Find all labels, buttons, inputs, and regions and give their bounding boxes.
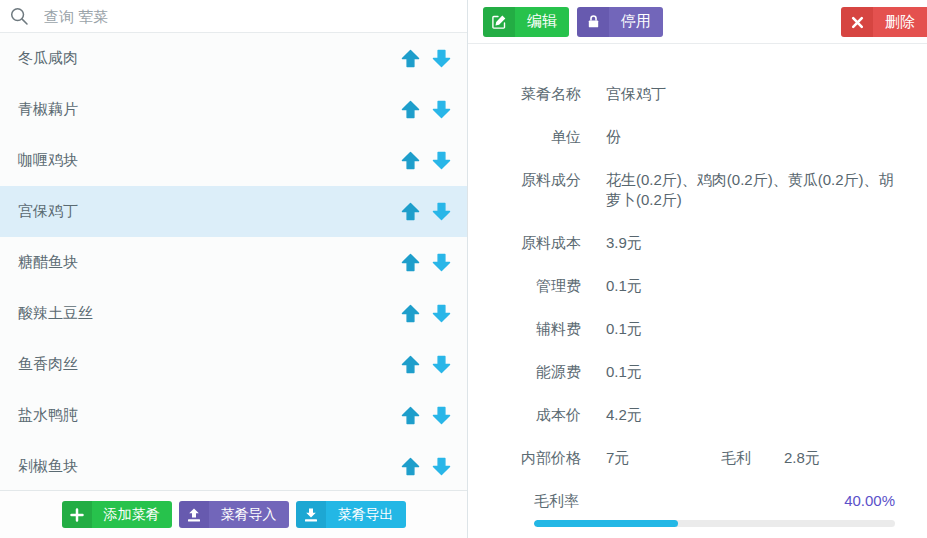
field-label: 原料成本: [468, 233, 581, 253]
profit-margin-value: 40.00%: [844, 491, 895, 511]
edit-label: 编辑: [515, 7, 569, 37]
disable-label: 停用: [609, 7, 663, 37]
field-label: 管理费: [468, 276, 581, 296]
detail-field-row: 原料成本 3.9元: [468, 233, 927, 253]
move-up-button[interactable]: [400, 355, 420, 375]
dish-name: 鱼香肉丝: [18, 355, 389, 374]
download-icon: [296, 501, 326, 528]
dish-list-item[interactable]: 酸辣土豆丝: [0, 288, 467, 339]
dish-name: 糖醋鱼块: [18, 253, 389, 272]
field-label: 能源费: [468, 362, 581, 382]
margin-progress-bar: [534, 520, 895, 527]
edit-pencil-icon: [483, 7, 515, 37]
import-dish-label: 菜肴导入: [209, 501, 289, 528]
move-down-button[interactable]: [431, 202, 451, 222]
dish-name: 酸辣土豆丝: [18, 304, 389, 323]
move-up-button[interactable]: [400, 100, 420, 120]
dish-list-item[interactable]: 宫保鸡丁: [0, 186, 467, 237]
detail-field-row: 能源费 0.1元: [468, 362, 927, 382]
detail-fields: 菜肴名称 宫保鸡丁 单位 份 原料成分 花生(0.2斤)、鸡肉(0.2斤)、黄瓜…: [468, 84, 927, 425]
field-value: 0.1元: [606, 319, 642, 339]
field-value: 0.1元: [606, 276, 642, 296]
move-up-button[interactable]: [400, 304, 420, 324]
dish-list-item[interactable]: 剁椒鱼块: [0, 441, 467, 490]
dish-list-item[interactable]: 盐水鸭肫: [0, 390, 467, 441]
field-value: 份: [606, 127, 621, 147]
field-label: 单位: [468, 127, 581, 147]
move-up-button[interactable]: [400, 457, 420, 477]
detail-field-row: 辅料费 0.1元: [468, 319, 927, 339]
move-down-button[interactable]: [431, 100, 451, 120]
dish-name: 盐水鸭肫: [18, 406, 389, 425]
dish-name: 咖喱鸡块: [18, 151, 389, 170]
dish-list-item[interactable]: 糖醋鱼块: [0, 237, 467, 288]
move-down-button[interactable]: [431, 49, 451, 69]
upload-icon: [179, 501, 209, 528]
add-dish-label: 添加菜肴: [92, 501, 172, 528]
disable-button[interactable]: 停用: [577, 7, 663, 37]
dish-list-item[interactable]: 青椒藕片: [0, 84, 467, 135]
profit-label: 毛利: [721, 448, 751, 468]
margin-progress-fill: [534, 520, 678, 527]
lock-icon: [577, 7, 609, 37]
dish-list: 冬瓜咸肉 青椒藕片: [0, 33, 467, 490]
dish-list-item[interactable]: 咖喱鸡块: [0, 135, 467, 186]
search-bar: [0, 0, 467, 33]
detail-field-row: 管理费 0.1元: [468, 276, 927, 296]
delete-label: 删除: [873, 7, 927, 37]
move-down-button[interactable]: [431, 355, 451, 375]
export-dish-label: 菜肴导出: [326, 501, 406, 528]
move-up-button[interactable]: [400, 253, 420, 273]
field-value: 宫保鸡丁: [606, 84, 666, 104]
internal-price-label: 内部价格: [468, 448, 581, 468]
plus-icon: [62, 501, 92, 528]
profit-margin-head: 毛利率 40.00%: [534, 491, 895, 511]
dish-list-item[interactable]: 冬瓜咸肉: [0, 33, 467, 84]
detail-field-row: 原料成分 花生(0.2斤)、鸡肉(0.2斤)、黄瓜(0.2斤)、胡萝卜(0.2斤…: [468, 170, 927, 210]
search-icon: [10, 7, 29, 26]
dish-name: 剁椒鱼块: [18, 457, 389, 476]
dish-list-panel: 冬瓜咸肉 青椒藕片: [0, 0, 468, 538]
field-value: 3.9元: [606, 233, 642, 253]
delete-button[interactable]: 删除: [841, 7, 927, 37]
field-label: 成本价: [468, 405, 581, 425]
dish-list-item[interactable]: 鱼香肉丝: [0, 339, 467, 390]
dish-name: 青椒藕片: [18, 100, 389, 119]
x-icon: [841, 7, 873, 37]
field-value: 花生(0.2斤)、鸡肉(0.2斤)、黄瓜(0.2斤)、胡萝卜(0.2斤): [606, 170, 906, 210]
detail-field-row: 菜肴名称 宫保鸡丁: [468, 84, 927, 104]
dish-detail-form: 菜肴名称 宫保鸡丁 单位 份 原料成分 花生(0.2斤)、鸡肉(0.2斤)、黄瓜…: [468, 44, 927, 527]
profit-margin-label: 毛利率: [534, 491, 579, 511]
move-down-button[interactable]: [431, 253, 451, 273]
dish-management-screen: 冬瓜咸肉 青椒藕片: [0, 0, 927, 538]
move-up-button[interactable]: [400, 406, 420, 426]
move-up-button[interactable]: [400, 151, 420, 171]
search-input[interactable]: [44, 8, 457, 25]
field-label: 辅料费: [468, 319, 581, 339]
move-down-button[interactable]: [431, 406, 451, 426]
edit-button[interactable]: 编辑: [483, 7, 569, 37]
dish-detail-panel: 编辑 停用 删除: [468, 0, 927, 538]
internal-price-value: 7元: [606, 448, 721, 468]
import-dish-button[interactable]: 菜肴导入: [179, 501, 289, 528]
field-value: 0.1元: [606, 362, 642, 382]
field-value: 4.2元: [606, 405, 642, 425]
detail-field-row: 单位 份: [468, 127, 927, 147]
dish-name: 冬瓜咸肉: [18, 49, 389, 68]
list-footer: 添加菜肴 菜肴导入 菜肴导出: [0, 490, 467, 538]
move-down-button[interactable]: [431, 457, 451, 477]
detail-field-row: 成本价 4.2元: [468, 405, 927, 425]
field-label: 菜肴名称: [468, 84, 581, 104]
detail-toolbar: 编辑 停用 删除: [468, 0, 927, 44]
dish-name: 宫保鸡丁: [18, 202, 389, 221]
move-down-button[interactable]: [431, 304, 451, 324]
profit-value: 2.8元: [784, 448, 820, 468]
move-down-button[interactable]: [431, 151, 451, 171]
field-label: 原料成分: [468, 170, 581, 210]
move-up-button[interactable]: [400, 202, 420, 222]
internal-price-row: 内部价格 7元 毛利 2.8元: [468, 448, 927, 468]
profit-margin-section: 毛利率 40.00%: [534, 491, 895, 527]
export-dish-button[interactable]: 菜肴导出: [296, 501, 406, 528]
move-up-button[interactable]: [400, 49, 420, 69]
add-dish-button[interactable]: 添加菜肴: [62, 501, 172, 528]
